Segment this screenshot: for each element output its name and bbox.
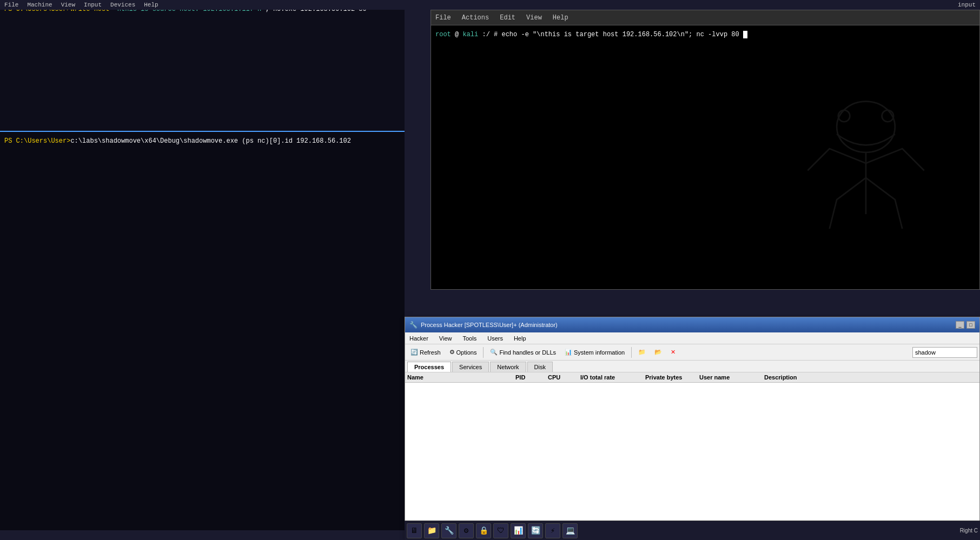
ph-minimize-button[interactable]: _	[956, 321, 964, 329]
kali-menu-file[interactable]: File	[435, 14, 451, 22]
right-bottom-bg	[405, 290, 980, 317]
kali-menu-edit[interactable]: Edit	[500, 14, 515, 22]
kali-user: root	[435, 31, 451, 38]
kali-menu-actions[interactable]: Actions	[462, 14, 489, 22]
svg-point-1	[838, 110, 850, 122]
menu-view[interactable]: View	[61, 2, 75, 8]
top-menubar: File Machine View Input Devices Help inp…	[0, 0, 980, 10]
kali-cursor	[743, 31, 747, 38]
taskbar-icon-9[interactable]: ⚡	[545, 523, 560, 538]
ph-menubar: Hacker View Tools Users Help	[405, 332, 979, 344]
process-hacker-window: 🔧 Process Hacker [SPOTLESS\User]+ (Admin…	[405, 317, 980, 540]
ph-titlebar: 🔧 Process Hacker [SPOTLESS\User]+ (Admin…	[405, 317, 979, 332]
ph-menu-help[interactable]: Help	[512, 334, 528, 343]
ph-refresh-icon: 🔄	[410, 349, 418, 356]
kali-terminal-content[interactable]: root @ kali :/ # echo -e "\nthis is targ…	[431, 25, 979, 289]
ph-folder-button-2[interactable]: 📂	[651, 347, 665, 357]
ps-line-2: PS C:\Users\User> c:\labs\shadowmove\x64…	[4, 136, 400, 146]
kali-at: @	[455, 31, 459, 38]
ph-tab-disk[interactable]: Disk	[527, 362, 553, 372]
kali-hash: #	[494, 31, 501, 38]
powershell-top-panel: PS C:\Users\User> write-host "`nthis is …	[0, 0, 405, 131]
ph-sysinfo-icon: 📊	[565, 349, 572, 356]
kali-titlebar: File Actions Edit View Help	[431, 10, 979, 25]
taskbar-icon-6[interactable]: 🛡	[493, 523, 508, 538]
ph-titlebar-buttons: _ □	[956, 321, 975, 329]
ph-refresh-button[interactable]: 🔄 Refresh	[407, 347, 444, 357]
ph-toolbar-separator-2	[631, 347, 632, 358]
taskbar-icon-8[interactable]: 🔄	[528, 523, 543, 538]
taskbar-icon-5[interactable]: 🔒	[476, 523, 491, 538]
taskbar-icon-10[interactable]: 💻	[562, 523, 578, 538]
kali-watermark-svg	[785, 69, 947, 258]
ph-find-label: Find handles or DLLs	[499, 349, 556, 356]
ph-tabs: Processes Services Network Disk	[405, 361, 979, 372]
taskbar-icon-7[interactable]: 📊	[511, 523, 526, 538]
ph-col-cpu: CPU	[548, 374, 580, 381]
ph-tab-services-label: Services	[459, 364, 482, 370]
ph-toolbar: 🔄 Refresh ⚙ Options 🔍 Find handles or DL…	[405, 344, 979, 361]
top-bar-right-label: input	[958, 2, 976, 8]
ph-find-icon: 🔍	[490, 349, 498, 356]
kali-command-text: echo -e "\nthis is target host 192.168.5…	[501, 31, 739, 38]
ph-options-button[interactable]: ⚙ Options	[446, 347, 480, 357]
menu-input[interactable]: Input	[84, 2, 102, 8]
ph-menu-view[interactable]: View	[437, 334, 454, 343]
ph-tab-processes-label: Processes	[414, 364, 444, 370]
ph-col-desc: Description	[764, 374, 977, 381]
ph-col-pid: PID	[515, 374, 548, 381]
ph-title: Process Hacker [SPOTLESS\User]+ (Adminis…	[421, 322, 956, 328]
ph-search-input[interactable]	[912, 347, 977, 358]
ps-cmd-2: c:\labs\shadowmove\x64\Debug\shadowmove.…	[70, 136, 350, 146]
ph-tab-disk-label: Disk	[534, 364, 546, 370]
taskbar-right-label: Right C	[960, 528, 978, 534]
top-menu-items: File Machine View Input Devices Help	[4, 2, 158, 8]
ph-col-private: Private bytes	[645, 374, 699, 381]
taskbar-icon-1[interactable]: 🖥	[407, 523, 422, 538]
ph-folder-button-1[interactable]: 📁	[635, 347, 649, 357]
ph-table-header: Name PID CPU I/O total rate Private byte…	[405, 372, 979, 383]
menu-file[interactable]: File	[4, 2, 18, 8]
kali-menu-view[interactable]: View	[526, 14, 542, 22]
menu-machine[interactable]: Machine	[27, 2, 52, 8]
svg-point-0	[837, 102, 895, 152]
ph-table-body	[405, 383, 979, 535]
ph-find-handles-button[interactable]: 🔍 Find handles or DLLs	[487, 347, 559, 357]
ph-folder-icon-2: 📂	[654, 349, 662, 356]
kali-menu: File Actions Edit View Help	[435, 14, 568, 22]
ph-close-filter-button[interactable]: ✕	[667, 347, 679, 357]
kali-host: kali	[462, 31, 478, 38]
ph-menu-tools[interactable]: Tools	[461, 334, 479, 343]
ph-icon: 🔧	[409, 321, 418, 329]
ph-options-label: Options	[456, 349, 477, 356]
taskbar-icon-2[interactable]: 📁	[424, 523, 439, 538]
ph-tab-network-label: Network	[497, 364, 519, 370]
ph-folder-icon-1: 📁	[638, 349, 646, 356]
ph-menu-users[interactable]: Users	[485, 334, 505, 343]
kali-command-line: root @ kali :/ # echo -e "\nthis is targ…	[435, 30, 975, 40]
powershell-bottom-panel: PS C:\Users\User> c:\labs\shadowmove\x64…	[0, 131, 405, 530]
ph-col-name: Name	[407, 374, 515, 381]
kali-colon: :/	[482, 31, 489, 38]
ps-prompt-2: PS C:\Users\User>	[4, 136, 70, 146]
ph-maximize-button[interactable]: □	[966, 321, 975, 329]
taskbar: 🖥 📁 🔧 ⚙ 🔒 🛡 📊 🔄 ⚡ 💻 Right C	[405, 521, 980, 540]
taskbar-icon-4[interactable]: ⚙	[459, 523, 474, 538]
menu-devices[interactable]: Devices	[110, 2, 135, 8]
ph-options-icon: ⚙	[449, 349, 455, 356]
ph-sysinfo-label: System information	[574, 349, 625, 356]
menu-help[interactable]: Help	[144, 2, 158, 8]
svg-point-2	[882, 110, 894, 122]
ph-tab-services[interactable]: Services	[452, 362, 489, 372]
ph-col-user: User name	[699, 374, 764, 381]
ph-refresh-label: Refresh	[420, 349, 441, 356]
ph-toolbar-separator	[483, 347, 484, 358]
ph-sysinfo-button[interactable]: 📊 System information	[561, 347, 628, 357]
ph-tab-processes[interactable]: Processes	[407, 362, 451, 372]
ph-tab-network[interactable]: Network	[490, 362, 526, 372]
ph-close-filter-icon: ✕	[671, 349, 676, 356]
kali-terminal-window: File Actions Edit View Help root @ kali	[431, 10, 980, 290]
taskbar-icon-3[interactable]: 🔧	[441, 523, 456, 538]
ph-menu-hacker[interactable]: Hacker	[407, 334, 431, 343]
kali-menu-help[interactable]: Help	[553, 14, 568, 22]
